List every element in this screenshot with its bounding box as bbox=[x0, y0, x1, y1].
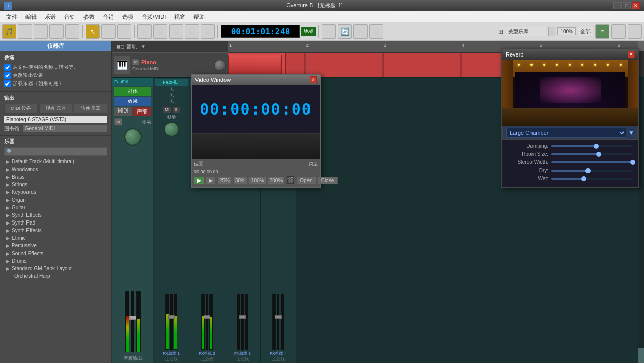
fast-forward-button[interactable]: ⏭ bbox=[185, 24, 199, 39]
fx1-knob[interactable] bbox=[164, 122, 179, 137]
record-button[interactable]: ⏺ bbox=[201, 24, 215, 39]
video-open-button[interactable]: Open bbox=[296, 177, 316, 184]
instrument-search-input[interactable] bbox=[4, 147, 107, 156]
list-item-orchestral-harp[interactable]: Orchestral Harp bbox=[4, 272, 107, 280]
punch-button[interactable]: ⊞ bbox=[369, 24, 383, 39]
wet-slider[interactable] bbox=[551, 178, 633, 180]
menu-score[interactable]: 乐谱 bbox=[41, 11, 60, 22]
list-item-synth-effects[interactable]: ▶Synth Effects bbox=[4, 211, 107, 219]
rewind-button[interactable]: ⏮ bbox=[137, 24, 152, 39]
list-item-percussive[interactable]: ▶Percussive bbox=[4, 242, 107, 249]
midi-device-button[interactable]: MIDI 设备 bbox=[4, 104, 38, 114]
stop-button[interactable]: ✕ bbox=[18, 24, 32, 39]
damping-handle[interactable] bbox=[594, 144, 599, 149]
play-button[interactable]: ▶ bbox=[169, 24, 183, 39]
eraser-tool-button[interactable]: ⊗ bbox=[117, 24, 131, 39]
video-play2-button[interactable]: ▶ bbox=[206, 176, 216, 185]
view-mode-button[interactable]: ≡ bbox=[595, 24, 609, 39]
menu-params[interactable]: 参数 bbox=[79, 11, 99, 22]
menu-track[interactable]: 音轨 bbox=[60, 11, 79, 22]
loop-button[interactable]: 🔄 bbox=[338, 24, 352, 39]
wet-handle[interactable] bbox=[581, 176, 586, 181]
fx1-plugin-label[interactable]: FabFil... bbox=[155, 79, 188, 86]
first-ch-knob[interactable] bbox=[124, 128, 142, 146]
grid-button[interactable]: ⊞ bbox=[49, 24, 64, 39]
stereowidth-slider[interactable] bbox=[551, 161, 633, 163]
existing-instrument-button[interactable]: 现有 乐器 bbox=[39, 104, 73, 114]
cursor-tool-button[interactable]: ↖ bbox=[86, 24, 100, 39]
track-mute-button[interactable]: M bbox=[132, 59, 139, 65]
mixer-scroll-thumb[interactable] bbox=[638, 348, 644, 363]
list-item-drums[interactable]: ▶Drums bbox=[4, 257, 107, 265]
list-item-synth-pad[interactable]: ▶Synth Pad bbox=[4, 219, 107, 227]
notes-button[interactable]: 𝄞 bbox=[34, 24, 48, 39]
voice-button[interactable]: 声部 bbox=[133, 107, 152, 116]
instrument-arrow[interactable]: ▼ bbox=[548, 27, 555, 36]
software-instrument-button[interactable]: 软件 乐器 bbox=[74, 104, 107, 114]
reverb-close-button[interactable]: ✕ bbox=[628, 51, 635, 58]
fx1-mute-btn[interactable]: M bbox=[163, 106, 171, 113]
list-item-organ[interactable]: ▶Organ bbox=[4, 196, 107, 204]
fabfilter-label[interactable]: FabFilt... bbox=[112, 78, 153, 86]
damping-slider[interactable] bbox=[551, 145, 633, 147]
list-item-brass[interactable]: ▶Brass bbox=[4, 173, 107, 181]
list-item-keyboards[interactable]: ▶Keyboards bbox=[4, 188, 107, 196]
first-ch-fader-track[interactable] bbox=[131, 291, 134, 352]
menu-notes[interactable]: 音符 bbox=[99, 11, 118, 22]
list-item-woodwinds[interactable]: ▶Woodwinds bbox=[4, 165, 107, 173]
first-ch-mute-button[interactable]: M bbox=[114, 118, 122, 125]
menu-view[interactable]: 视窗 bbox=[170, 11, 189, 22]
fx4-fader[interactable] bbox=[277, 294, 279, 350]
dry-handle[interactable] bbox=[585, 168, 591, 173]
fx1-solo-btn[interactable]: S bbox=[172, 106, 180, 113]
menu-edit[interactable]: 编辑 bbox=[21, 11, 41, 22]
pct-25-button[interactable]: 25% bbox=[217, 177, 232, 184]
midi-button[interactable]: MIDI bbox=[114, 107, 132, 116]
pct-200-button[interactable]: 200% bbox=[268, 177, 285, 184]
effects-button[interactable]: 效果 bbox=[114, 97, 151, 106]
dry-slider[interactable] bbox=[551, 170, 633, 172]
play-backward-button[interactable]: ◀ bbox=[153, 24, 167, 39]
checkbox-filename[interactable]: 从文件使用的名称，谱号等。 bbox=[4, 64, 107, 71]
menu-help[interactable]: 帮助 bbox=[189, 11, 209, 22]
menu-file[interactable]: 文件 bbox=[2, 11, 21, 22]
fx2-fader[interactable] bbox=[206, 294, 208, 350]
info-button[interactable]: ℹ bbox=[628, 24, 642, 39]
video-close-text-button[interactable]: Close bbox=[318, 177, 338, 184]
maximize-button[interactable]: □ bbox=[623, 2, 631, 9]
list-item-default-track[interactable]: ▶Default Track (Multi-timbral) bbox=[4, 158, 107, 165]
pencil-tool-button[interactable]: ✏ bbox=[101, 24, 116, 39]
checkbox-load-instrument[interactable]: 加载乐器（如果可用） bbox=[4, 80, 107, 87]
list-item-ethnic[interactable]: ▶Ethnic bbox=[4, 234, 107, 242]
metronome-button[interactable]: 𝄹 bbox=[322, 24, 336, 39]
video-close-button[interactable]: ✕ bbox=[310, 76, 317, 83]
track-arrow-icon[interactable]: ▼ bbox=[141, 44, 146, 49]
fx3-fader[interactable] bbox=[241, 294, 244, 350]
track-knob[interactable] bbox=[214, 60, 226, 71]
group-button[interactable]: 群体 bbox=[114, 87, 151, 96]
list-item-strings[interactable]: ▶Strings bbox=[4, 181, 107, 188]
score-view-button[interactable]: 🎵 bbox=[2, 24, 16, 39]
list-item-guitar[interactable]: ▶Guitar bbox=[4, 204, 107, 211]
library-input[interactable] bbox=[23, 125, 107, 132]
list-item-sound-effects[interactable]: ▶Sound Effects bbox=[4, 249, 107, 257]
video-play-button[interactable]: ▶ bbox=[194, 176, 204, 185]
menu-options[interactable]: 选项 bbox=[118, 11, 137, 22]
roomsize-handle[interactable] bbox=[596, 152, 601, 157]
minimize-button[interactable]: ─ bbox=[613, 2, 622, 9]
stereowidth-handle[interactable] bbox=[630, 160, 635, 165]
menu-audio-midi[interactable]: 音频/MIDI bbox=[137, 11, 170, 22]
roomsize-slider[interactable] bbox=[551, 153, 633, 155]
tracks-button[interactable]: ⊟ bbox=[65, 24, 79, 39]
pct-100-button[interactable]: 100% bbox=[249, 177, 266, 184]
list-item-gm-bank[interactable]: ▶Standard GM Bank Layout bbox=[4, 265, 107, 272]
close-button[interactable]: ✕ bbox=[632, 2, 640, 9]
settings-button[interactable]: ⊞ bbox=[611, 24, 626, 39]
pct-50-button[interactable]: 50% bbox=[233, 177, 247, 184]
list-item-synth-effects-2[interactable]: ▶Synth Effects bbox=[4, 227, 107, 234]
sync-button[interactable]: ⟳ bbox=[353, 24, 368, 39]
reverb-preset-select[interactable]: Large Chamber Small Room Hall Plate Cath… bbox=[506, 128, 626, 138]
checkbox-output-device[interactable]: 更改输出设备 bbox=[4, 72, 107, 79]
fx1-fader[interactable] bbox=[170, 294, 173, 350]
first-ch-fader-handle[interactable] bbox=[129, 316, 136, 320]
